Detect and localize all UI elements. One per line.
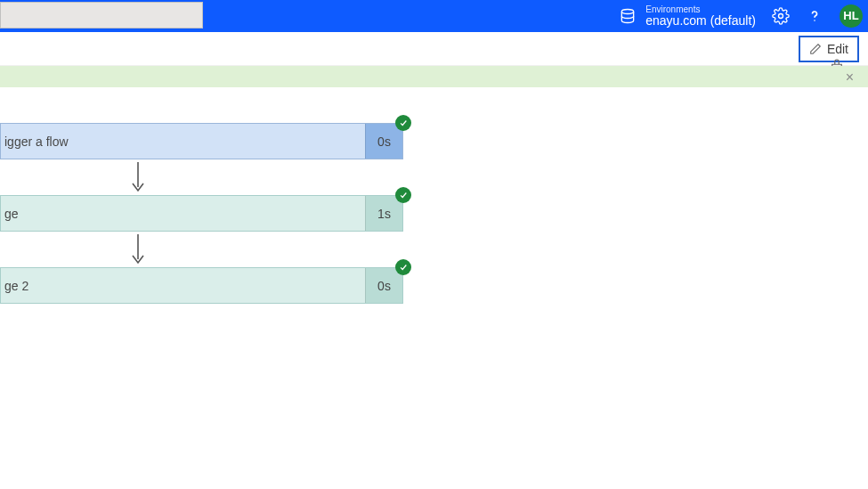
search-input[interactable]: [0, 2, 203, 29]
close-icon[interactable]: ×: [846, 69, 854, 86]
app-header: Environments enayu.com (default) HL: [0, 0, 868, 32]
command-bar: Edit: [0, 32, 868, 66]
edit-label: Edit: [827, 42, 848, 56]
environment-name: enayu.com (default): [645, 14, 756, 28]
svg-point-2: [814, 20, 815, 21]
svg-point-0: [622, 9, 634, 13]
flow-step-action[interactable]: ge 2 0s: [0, 267, 403, 304]
flow-step-trigger[interactable]: igger a flow 0s: [0, 123, 403, 159]
step-duration: 0s: [365, 124, 402, 159]
status-success-icon: [395, 115, 411, 131]
flow-arrow: [0, 159, 403, 195]
avatar[interactable]: HL: [840, 4, 863, 28]
environment-picker[interactable]: Environments enayu.com (default): [619, 4, 756, 28]
step-label: ge: [1, 207, 365, 221]
status-success-icon: [395, 259, 411, 275]
step-duration: 0s: [365, 268, 402, 303]
help-icon[interactable]: [806, 7, 823, 25]
avatar-initials: HL: [843, 9, 858, 22]
flow-canvas: igger a flow 0s ge 1s ge 2 0s: [0, 87, 868, 304]
flow-step-action[interactable]: ge 1s: [0, 195, 403, 232]
pencil-icon: [809, 43, 822, 55]
environment-icon: [619, 7, 637, 25]
success-banner: ×: [0, 66, 868, 87]
status-success-icon: [395, 187, 411, 203]
gear-icon[interactable]: [772, 7, 790, 25]
flow-arrow: [0, 232, 403, 267]
step-label: igger a flow: [1, 134, 365, 149]
step-label: ge 2: [1, 279, 365, 293]
svg-point-1: [779, 13, 783, 18]
step-duration: 1s: [365, 196, 402, 231]
